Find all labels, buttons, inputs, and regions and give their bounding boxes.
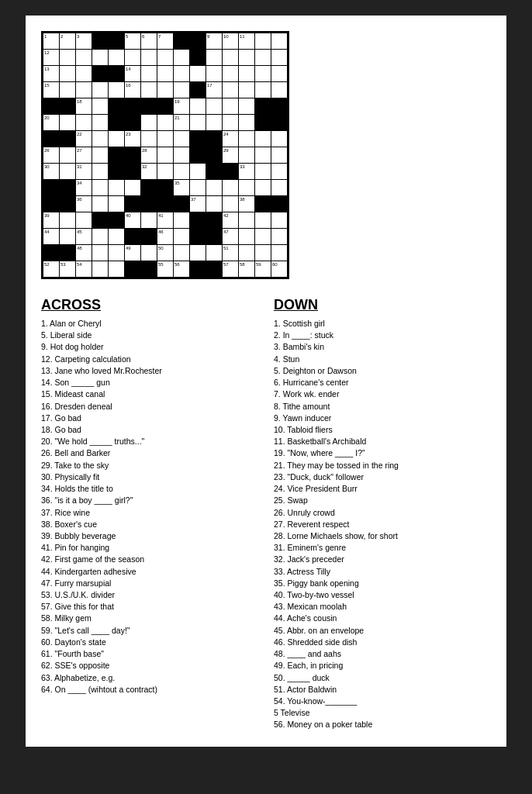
down-title: DOWN (274, 297, 491, 313)
across-clue-item: 16. Dresden deneal (41, 401, 258, 413)
down-clue-item: 5 Televise (274, 707, 491, 719)
down-clue-item: 26. Unruly crowd (274, 507, 491, 519)
down-clue-item: 28. Lorne Michaels show, for short (274, 530, 491, 542)
across-clue-item: 58. Milky gem (41, 613, 258, 624)
across-clue-item: 9. Hot dog holder (41, 341, 258, 353)
across-clues-col: ACROSS 1. Alan or Cheryl5. Liberal side9… (41, 297, 258, 731)
across-clue-item: 14. Son _____ gun (41, 377, 258, 388)
down-clue-item: 56. Money on a poker table (274, 719, 491, 730)
down-clue-item: 50. _____ duck (274, 672, 491, 684)
across-clue-item: 42. First game of the season (41, 554, 258, 565)
across-list: 1. Alan or Cheryl5. Liberal side9. Hot d… (41, 318, 258, 696)
across-clue-item: 1. Alan or Cheryl (41, 318, 258, 330)
across-clue-item: 38. Boxer's cue (41, 519, 258, 530)
down-clue-item: 46. Shredded side dish (274, 637, 491, 648)
down-clues-col: DOWN 1. Scottish girl2. In ____: stuck3.… (274, 297, 491, 731)
across-clue-item: 41. Pin for hanging (41, 542, 258, 554)
across-clue-item: 53. U.S./U.K. divider (41, 589, 258, 601)
down-clue-item: 31. Eminem's genre (274, 542, 491, 554)
down-list: 1. Scottish girl2. In ____: stuck3. Bamb… (274, 318, 491, 731)
down-clue-item: 44. Ache's cousin (274, 613, 491, 624)
across-clue-item: 37. Rice wine (41, 507, 258, 519)
clues-section: ACROSS 1. Alan or Cheryl5. Liberal side9… (41, 297, 491, 731)
down-clue-item: 1. Scottish girl (274, 318, 491, 330)
down-clue-item: 3. Bambi's kin (274, 341, 491, 353)
down-clue-item: 51. Actor Baldwin (274, 684, 491, 696)
across-clue-item: 34. Holds the title to (41, 483, 258, 495)
down-clue-item: 9. Yawn inducer (274, 413, 491, 424)
across-clue-item: 61. "Fourth base" (41, 648, 258, 660)
page: 1235679101112131415161718192021222324262… (26, 16, 506, 747)
across-clue-item: 36. "is it a boy ____ girl?" (41, 495, 258, 506)
down-clue-item: 21. They may be tossed in the ring (274, 460, 491, 471)
down-clue-item: 35. Piggy bank opening (274, 578, 491, 589)
across-clue-item: 18. Go bad (41, 424, 258, 436)
across-clue-item: 26. Bell and Barker (41, 447, 258, 459)
across-title: ACROSS (41, 297, 258, 313)
across-clue-item: 30. Physically fit (41, 471, 258, 483)
down-clue-item: 10. Tabloid fliers (274, 424, 491, 436)
down-clue-item: 8. Tithe amount (274, 401, 491, 413)
across-clue-item: 39. Bubbly beverage (41, 530, 258, 542)
across-clue-item: 20. "We hold _____ truths..." (41, 436, 258, 447)
crossword-container: 1235679101112131415161718192021222324262… (41, 31, 491, 283)
across-clue-item: 15. Mideast canal (41, 388, 258, 400)
across-clue-item: 57. Give this for that (41, 601, 258, 613)
across-clue-item: 5. Liberal side (41, 330, 258, 341)
down-clue-item: 43. Mexican moolah (274, 601, 491, 613)
down-clue-item: 5. Deighton or Dawson (274, 365, 491, 377)
down-clue-item: 2. In ____: stuck (274, 330, 491, 341)
across-clue-item: 64. On ____ (wihtout a contract) (41, 684, 258, 696)
across-clue-item: 12. Carpeting calculation (41, 354, 258, 365)
crossword-grid: 1235679101112131415161718192021222324262… (43, 33, 288, 278)
down-clue-item: 7. Work wk. ender (274, 388, 491, 400)
down-clue-item: 40. Two-by-two vessel (274, 589, 491, 601)
down-clue-item: 54. You-know-_______ (274, 696, 491, 707)
down-clue-item: 19. "Now, where ____ I?" (274, 447, 491, 459)
across-clue-item: 29. Take to the sky (41, 460, 258, 471)
grid-wrapper: 1235679101112131415161718192021222324262… (41, 31, 289, 279)
down-clue-item: 27. Reverent respect (274, 519, 491, 530)
across-clue-item: 60. Dayton's state (41, 637, 258, 648)
down-clue-item: 33. Actress Tilly (274, 566, 491, 578)
down-clue-item: 25. Swap (274, 495, 491, 506)
down-clue-item: 6. Hurricane's center (274, 377, 491, 388)
down-clue-item: 45. Abbr. on an envelope (274, 625, 491, 637)
across-clue-item: 47. Furry marsupial (41, 578, 258, 589)
across-clue-item: 62. SSE's opposite (41, 660, 258, 671)
across-clue-item: 44. Kindergarten adhesive (41, 566, 258, 578)
down-clue-item: 11. Basketball's Archibald (274, 436, 491, 447)
down-clue-item: 4. Stun (274, 354, 491, 365)
across-clue-item: 63. Alphabetize, e.g. (41, 672, 258, 684)
down-clue-item: 49. Each, in pricing (274, 660, 491, 671)
down-clue-item: 24. Vice President Burr (274, 483, 491, 495)
down-clue-item: 23. "Duck, duck" follower (274, 471, 491, 483)
across-clue-item: 17. Go bad (41, 413, 258, 424)
down-clue-item: 48. ____ and aahs (274, 648, 491, 660)
across-clue-item: 59. "Let's call ____ day!" (41, 625, 258, 637)
across-clue-item: 13. Jane who loved Mr.Rochester (41, 365, 258, 377)
down-clue-item: 32. Jack's preceder (274, 554, 491, 565)
